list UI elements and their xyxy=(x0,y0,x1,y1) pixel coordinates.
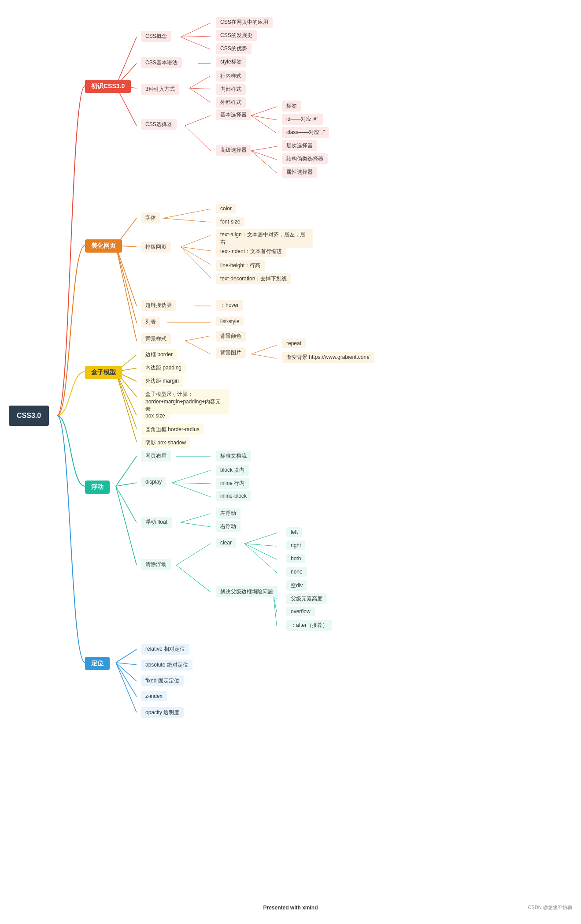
node-css-import: 3种引入方式 xyxy=(141,84,179,95)
node-float: 浮动 float xyxy=(141,517,172,528)
branch-label-b2: 美化网页 xyxy=(85,239,122,253)
svg-line-14 xyxy=(251,116,277,120)
node-normal-flow: 标准文档流 xyxy=(216,451,251,462)
node-clear-right: right xyxy=(286,540,305,550)
svg-line-24 xyxy=(163,209,211,218)
node-text-indent: text-indent：文本首行缩进 xyxy=(216,246,286,257)
branch-label-b5: 定位 xyxy=(85,657,110,670)
svg-line-48 xyxy=(172,470,211,483)
node-color: color xyxy=(216,204,236,213)
node-fix-parent: 解决父级边框塌陷问题 xyxy=(216,586,278,597)
svg-line-67 xyxy=(116,663,137,712)
svg-line-43 xyxy=(116,456,137,486)
node-sel-hierarchy: 层次选择器 xyxy=(282,140,317,151)
svg-line-21 xyxy=(116,246,137,306)
svg-line-25 xyxy=(163,218,211,222)
svg-line-52 xyxy=(181,522,211,527)
svg-line-12 xyxy=(185,126,211,151)
node-bg-color: 背景颜色 xyxy=(216,331,246,342)
svg-line-53 xyxy=(176,544,211,565)
svg-line-6 xyxy=(181,37,211,49)
svg-line-45 xyxy=(116,486,137,522)
node-layout-text: 排版网页 xyxy=(141,242,171,253)
node-bg-style: 背景样式 xyxy=(141,333,171,344)
node-clear-left: left xyxy=(286,527,302,537)
svg-line-33 xyxy=(185,341,211,354)
node-style-tag: style标签 xyxy=(216,56,246,67)
svg-line-55 xyxy=(244,533,277,544)
svg-line-0 xyxy=(116,37,137,86)
node-after-pseudo: ：after（推荐） xyxy=(286,620,332,631)
footer-text: Presented with xyxy=(263,905,302,911)
svg-line-13 xyxy=(251,107,277,116)
node-opacity: opacity 透明度 xyxy=(141,707,184,718)
svg-line-4 xyxy=(181,23,211,37)
branch-label-b4: 浮动 xyxy=(85,481,110,494)
node-inline-block: inline-block xyxy=(216,491,251,501)
node-css-adv: CSS的优势 xyxy=(216,43,252,54)
node-external-style: 外部样式 xyxy=(216,97,246,108)
node-border: 边框 border xyxy=(141,349,177,360)
svg-line-11 xyxy=(185,116,211,126)
svg-line-9 xyxy=(189,88,211,89)
node-bg-img: 背景图片 xyxy=(216,347,246,358)
svg-line-28 xyxy=(181,247,211,265)
node-list: 列表 xyxy=(141,317,160,328)
node-sel-tag: 标签 xyxy=(282,101,301,112)
node-line-height: line-height：行高 xyxy=(216,260,265,271)
node-gradient: 渐变背景 https://www.grabient.com/ xyxy=(282,352,374,363)
node-inline: inline 行内 xyxy=(216,478,249,489)
node-text-align: text-align：文本居中对齐，居左，居右 xyxy=(216,229,313,248)
svg-line-8 xyxy=(189,76,211,88)
connector-lines xyxy=(0,0,581,924)
node-css-selector: CSS选择器 xyxy=(141,119,177,130)
node-link-pseudo: 超链接伪类 xyxy=(141,300,176,311)
branch-label-b1: 初识CSS3.0 xyxy=(85,80,131,93)
svg-line-50 xyxy=(172,483,211,497)
node-display: display xyxy=(141,477,166,487)
csdn-label: CSDN @悠悠不怕输 xyxy=(528,904,572,911)
svg-line-58 xyxy=(244,544,277,573)
node-float-right: 右浮动 xyxy=(216,521,241,532)
node-parent-height: 父级元素高度 xyxy=(286,593,327,604)
svg-line-65 xyxy=(116,663,137,681)
svg-line-34 xyxy=(251,345,277,354)
node-sel-pseudo: 结构伪类选择器 xyxy=(282,153,328,164)
node-advanced-sel: 高级选择器 xyxy=(216,145,251,156)
svg-line-18 xyxy=(251,151,277,173)
svg-line-41 xyxy=(116,372,137,428)
svg-line-27 xyxy=(181,247,211,251)
svg-line-56 xyxy=(244,544,277,546)
node-text-deco: text-decoration：去掉下划线 xyxy=(216,273,291,284)
svg-line-32 xyxy=(185,336,211,341)
branch-label-b3: 盒子模型 xyxy=(85,366,122,379)
node-clear-none: none xyxy=(286,567,307,577)
node-css-web-app: CSS在网页中的应用 xyxy=(216,17,273,28)
node-inline-style: 行内样式 xyxy=(216,71,246,82)
svg-line-54 xyxy=(176,565,211,592)
svg-line-23 xyxy=(116,246,137,341)
svg-line-44 xyxy=(116,483,137,486)
node-box-size: box-size xyxy=(141,411,170,421)
node-float-left: 左浮动 xyxy=(216,508,241,519)
svg-line-64 xyxy=(116,663,137,665)
node-page-layout: 网页布局 xyxy=(141,451,171,462)
node-clear-both: both xyxy=(286,554,305,563)
svg-line-15 xyxy=(251,116,277,133)
node-z-index: z-index xyxy=(141,691,167,701)
footer: Presented with xmind xyxy=(263,905,318,911)
svg-line-42 xyxy=(116,372,137,442)
node-sel-attr: 属性选择器 xyxy=(282,167,317,178)
svg-line-10 xyxy=(189,88,211,102)
svg-line-57 xyxy=(244,544,277,559)
node-font: 字体 xyxy=(141,212,160,224)
node-relative: relative 相对定位 xyxy=(141,644,189,655)
node-css-history: CSS的发展史 xyxy=(216,30,257,41)
node-box-shadow: 阴影 box-shadow xyxy=(141,437,190,448)
svg-line-49 xyxy=(172,483,211,484)
node-border-radius: 圆角边框 border-radius xyxy=(141,424,204,435)
node-clear: clear xyxy=(216,538,236,548)
node-css-grammar: CSS基本语法 xyxy=(141,57,182,68)
node-block: block 块内 xyxy=(216,465,249,476)
node-sel-id: id——对应"#" xyxy=(282,114,323,125)
